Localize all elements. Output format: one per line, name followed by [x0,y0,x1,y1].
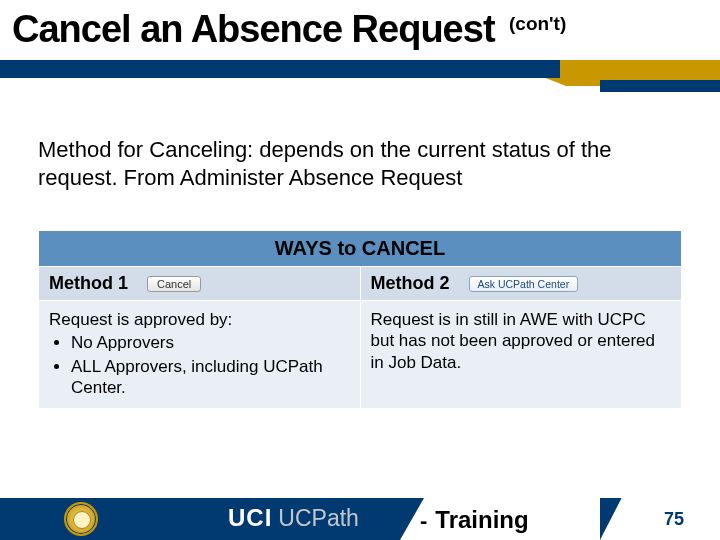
cancel-button[interactable]: Cancel [147,276,201,292]
uci-text: UCI [228,504,272,532]
header-band-navy [0,60,560,78]
method-1-bullets: No Approvers ALL Approvers, including UC… [71,332,350,398]
uci-seal-icon [64,502,98,536]
method-1-label: Method 1 [49,273,128,293]
title-wrap: Cancel an Absence Request (con't) [12,8,712,51]
method-2-desc: Request is in still in AWE with UCPC but… [360,301,682,409]
table-header-cell: WAYS to CANCEL [39,231,682,267]
list-item: No Approvers [71,332,350,353]
ucpath-text: UCPath [278,505,359,532]
dash-text: - [420,508,427,534]
body-text: Method for Canceling: depends on the cur… [38,136,682,191]
page-number: 75 [656,509,692,530]
training-label-wrap: - Training [410,506,529,534]
method-2-header: Method 2 Ask UCPath Center [360,267,682,301]
list-item: ALL Approvers, including UCPath Center. [71,356,350,399]
table-method-row: Method 1 Cancel Method 2 Ask UCPath Cent… [39,267,682,301]
page-title-cont: (con't) [509,13,566,34]
method-1-desc: Request is approved by: No Approvers ALL… [39,301,361,409]
page-title: Cancel an Absence Request [12,8,495,50]
method-1-lead: Request is approved by: [49,310,232,329]
training-text: Training [435,506,528,534]
header-band-navy-right [600,80,720,92]
method-1-header: Method 1 Cancel [39,267,361,301]
ask-ucpath-button[interactable]: Ask UCPath Center [469,276,579,292]
footer-logo: UCI UCPath [228,504,359,534]
table-header-row: WAYS to CANCEL [39,231,682,267]
table-desc-row: Request is approved by: No Approvers ALL… [39,301,682,409]
cancel-methods-table: WAYS to CANCEL Method 1 Cancel Method 2 … [38,230,682,409]
slide: Cancel an Absence Request (con't) Method… [0,0,720,540]
method-2-label: Method 2 [371,273,450,293]
